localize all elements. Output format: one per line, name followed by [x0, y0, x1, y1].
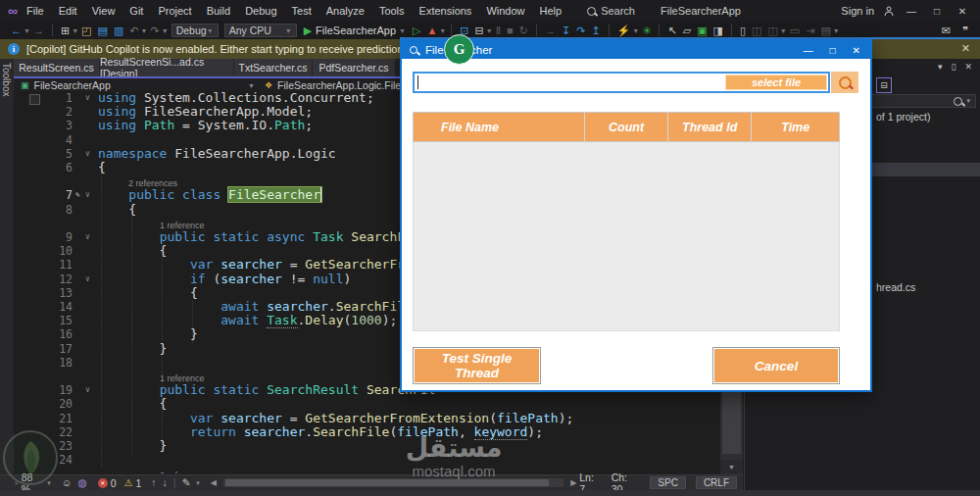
- menu-item-debug[interactable]: Debug: [245, 5, 276, 17]
- solution-configurations-dropdown[interactable]: Debug▼: [172, 24, 219, 37]
- warning-count[interactable]: 1: [135, 477, 141, 489]
- project-dropdown[interactable]: ▣ FileSearcherApp ▼: [14, 79, 255, 91]
- sync-with-active-document-icon[interactable]: ▣: [697, 25, 707, 36]
- fold-chevron-icon[interactable]: ∨: [85, 188, 90, 202]
- find-symbol-icon[interactable]: ▱: [683, 25, 691, 36]
- fold-chevron-icon[interactable]: ∨: [85, 91, 90, 105]
- suggest-feature-icon[interactable]: ❞: [962, 25, 968, 37]
- close-icon[interactable]: ✕: [964, 62, 972, 72]
- notifications-icon[interactable]: ◍: [78, 477, 87, 488]
- tab-txtsearcher-cs[interactable]: TxtSearcher.cs: [234, 59, 313, 76]
- fold-chevron-icon[interactable]: ∨: [85, 147, 90, 161]
- tab-resultscreen-cs[interactable]: ResultScreen.cs: [14, 59, 100, 76]
- menu-item-edit[interactable]: Edit: [59, 5, 77, 17]
- maximize-button[interactable]: □: [929, 6, 945, 17]
- menu-item-git[interactable]: Git: [129, 5, 143, 17]
- show-next-statement-icon[interactable]: →: [545, 25, 556, 36]
- line-ending-indicator[interactable]: CRLF: [696, 476, 737, 489]
- prev-issue-icon[interactable]: ↑: [151, 477, 156, 488]
- tab-resultscreensi-ad-cs-design-[interactable]: ResultScreenSi...ad.cs [Design]: [100, 59, 234, 76]
- code-text: namespace FileSearcherApp.Logic: [98, 147, 336, 161]
- menu-item-view[interactable]: View: [92, 5, 116, 17]
- options-icon[interactable]: ▤: [820, 25, 830, 36]
- stop-icon[interactable]: ■: [507, 25, 514, 36]
- properties-window-icon[interactable]: ◨: [713, 25, 723, 36]
- tab-pdfsearcher-cs[interactable]: PdfSearcher.cs: [313, 59, 396, 76]
- menu-item-file[interactable]: File: [26, 5, 44, 17]
- select-file-button[interactable]: select file: [725, 74, 827, 90]
- error-count[interactable]: 0: [111, 477, 117, 489]
- open-file-icon[interactable]: ◰: [81, 25, 91, 36]
- restart-icon[interactable]: ↻: [519, 25, 528, 36]
- chevron-down-icon: ▼: [162, 27, 169, 34]
- bookmark-icon[interactable]: ▯: [740, 25, 746, 36]
- feedback-smiley-icon[interactable]: ☺: [62, 477, 73, 488]
- navigate-backward-icon[interactable]: ←: [11, 25, 22, 36]
- next-issue-icon[interactable]: ↓: [163, 477, 168, 488]
- notification-close-icon[interactable]: ✕: [961, 42, 970, 55]
- quick-search-button[interactable]: Search: [587, 5, 635, 17]
- save-icon[interactable]: ▤: [98, 25, 108, 36]
- bookmark-folder-icon[interactable]: ▭: [790, 25, 800, 36]
- start-debugging-button[interactable]: ▶FileSearcherApp▼: [304, 25, 406, 37]
- fold-chevron-icon[interactable]: ∨: [85, 383, 90, 397]
- menu-item-tools[interactable]: Tools: [379, 5, 405, 17]
- redo-icon[interactable]: ↷: [150, 25, 159, 36]
- menu-item-extensions[interactable]: Extensions: [419, 5, 472, 17]
- fold-chevron-icon[interactable]: ∨: [85, 230, 90, 244]
- menu-item-analyze[interactable]: Analyze: [326, 5, 365, 17]
- cancel-button[interactable]: Cancel: [712, 347, 840, 384]
- dialog-close-button[interactable]: ✕: [853, 45, 860, 56]
- chevron-down-icon[interactable]: ▾: [938, 62, 943, 72]
- step-over-icon[interactable]: ↷: [576, 25, 585, 36]
- solution-node-label[interactable]: of 1 project): [876, 111, 930, 123]
- prev-bookmark-icon[interactable]: ◫: [752, 25, 761, 36]
- step-out-icon[interactable]: ↥: [591, 25, 600, 36]
- code-text: await searcher.SearchFileAsy: [98, 300, 435, 314]
- spaces-indicator[interactable]: SPC: [650, 476, 686, 489]
- warning-icon[interactable]: ⚠: [123, 477, 132, 488]
- scrollbar-thumb[interactable]: [225, 479, 549, 486]
- start-without-debugging-icon[interactable]: ▷: [413, 25, 420, 36]
- run-tests-icon[interactable]: ⚡: [617, 25, 631, 36]
- pause-icon[interactable]: Ⅱ: [496, 25, 501, 36]
- command-window-icon[interactable]: ⊟: [474, 25, 483, 36]
- error-icon[interactable]: ✕: [98, 478, 108, 488]
- menu-item-help[interactable]: Help: [540, 5, 563, 17]
- codelens-references[interactable]: 2 references: [160, 469, 209, 473]
- send-feedback-icon[interactable]: ✉: [942, 25, 951, 37]
- scroll-right-arrow[interactable]: ▶: [570, 479, 576, 487]
- solution-platforms-dropdown[interactable]: Any CPU▼: [224, 24, 297, 37]
- minimize-button[interactable]: —: [904, 6, 919, 17]
- navigate-forward-icon[interactable]: →: [33, 25, 44, 36]
- menu-item-test[interactable]: Test: [292, 5, 312, 17]
- test-single-thread-button[interactable]: Test Single Thread: [413, 347, 541, 384]
- editor-horizontal-scrollbar[interactable]: [223, 478, 564, 487]
- new-project-icon[interactable]: ⊞: [61, 25, 70, 36]
- dialog-minimize-button[interactable]: —: [804, 45, 813, 56]
- clear-bookmarks-icon[interactable]: ⇥: [806, 25, 814, 36]
- menu-item-window[interactable]: Window: [486, 5, 524, 17]
- menu-item-project[interactable]: Project: [158, 5, 191, 17]
- menu-item-build[interactable]: Build: [207, 5, 230, 17]
- switch-views-icon[interactable]: ⊟: [876, 77, 892, 93]
- search-button[interactable]: [831, 72, 858, 93]
- dialog-maximize-button[interactable]: □: [830, 45, 836, 56]
- selection-pointer-icon[interactable]: ↖: [667, 25, 676, 36]
- code-cleanup-icon[interactable]: ✎: [182, 477, 191, 488]
- solution-item-label[interactable]: hread.cs: [876, 281, 915, 293]
- fold-chevron-icon[interactable]: ∨: [85, 273, 90, 286]
- undo-icon[interactable]: ↶: [129, 25, 138, 36]
- hot-reload-icon[interactable]: ▲: [426, 25, 437, 36]
- toolbox-side-tab[interactable]: Toolbox: [0, 59, 15, 490]
- grammarly-icon[interactable]: G: [444, 34, 474, 65]
- pin-icon[interactable]: ▯: [952, 62, 956, 72]
- step-into-icon[interactable]: ↧: [562, 25, 570, 36]
- live-unit-testing-icon[interactable]: ✳: [642, 25, 651, 36]
- sign-in-button[interactable]: Sign in: [841, 5, 874, 17]
- next-bookmark-icon[interactable]: ◫: [767, 25, 777, 36]
- code-text: }: [98, 327, 198, 341]
- close-button[interactable]: ✕: [955, 6, 970, 17]
- save-all-icon[interactable]: ▥: [114, 25, 123, 36]
- scroll-left-arrow[interactable]: ◀: [211, 479, 217, 487]
